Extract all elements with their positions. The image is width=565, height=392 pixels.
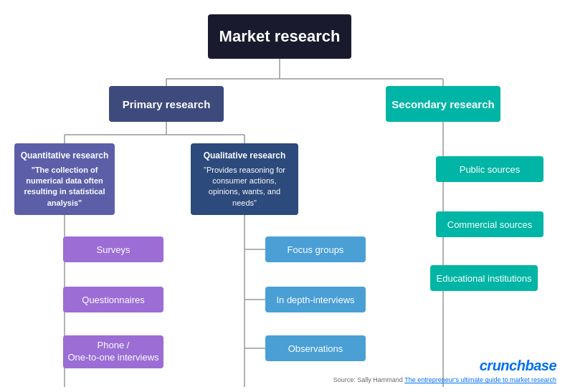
public-sources-label: Public sources	[460, 164, 521, 175]
market-research-node: Market research	[208, 14, 351, 59]
phone-label: Phone / One-to-one interviews	[67, 340, 158, 364]
quantitative-node: Quantitative research "The collection of…	[14, 143, 115, 215]
quantitative-title: Quantitative research	[20, 150, 109, 162]
primary-research-node: Primary research	[109, 86, 224, 122]
source-link[interactable]: The entrepreneur's ultimate guide to mar…	[404, 376, 556, 383]
crunchbase-branding: crunchbase Source: Sally Hammand The ent…	[333, 358, 556, 385]
crunchbase-logo: crunchbase	[333, 358, 556, 374]
focus-groups-label: Focus groups	[288, 244, 344, 255]
market-research-label: Market research	[219, 27, 341, 46]
secondary-research-node: Secondary research	[386, 86, 500, 122]
secondary-research-label: Secondary research	[391, 98, 494, 110]
in-depth-node: In depth-interviews	[265, 287, 366, 312]
commercial-sources-node: Commercial sources	[436, 211, 543, 237]
questionnaires-node: Questionnaires	[63, 287, 163, 312]
educational-node: Educational institutions	[430, 265, 538, 291]
diagram: Market research Primary research Seconda…	[0, 0, 565, 392]
source-text: Source: Sally Hammand	[333, 376, 404, 383]
focus-groups-node: Focus groups	[265, 236, 366, 262]
commercial-sources-label: Commercial sources	[447, 219, 532, 230]
primary-research-label: Primary research	[123, 98, 211, 110]
observations-label: Observations	[288, 343, 343, 354]
crunchbase-source: Source: Sally Hammand The entrepreneur's…	[333, 376, 556, 385]
qualitative-node: Qualitative research "Provides reasoning…	[191, 143, 298, 215]
phone-node: Phone / One-to-one interviews	[63, 335, 163, 368]
in-depth-label: In depth-interviews	[276, 295, 354, 305]
public-sources-node: Public sources	[436, 156, 543, 182]
qualitative-desc: "Provides reasoning for consumer actions…	[196, 165, 293, 209]
surveys-node: Surveys	[63, 236, 163, 262]
questionnaires-label: Questionnaires	[82, 295, 144, 305]
quantitative-desc: "The collection of numerical data often …	[20, 165, 109, 209]
qualitative-title: Qualitative research	[196, 150, 293, 162]
surveys-label: Surveys	[97, 244, 130, 255]
educational-label: Educational institutions	[437, 273, 532, 284]
